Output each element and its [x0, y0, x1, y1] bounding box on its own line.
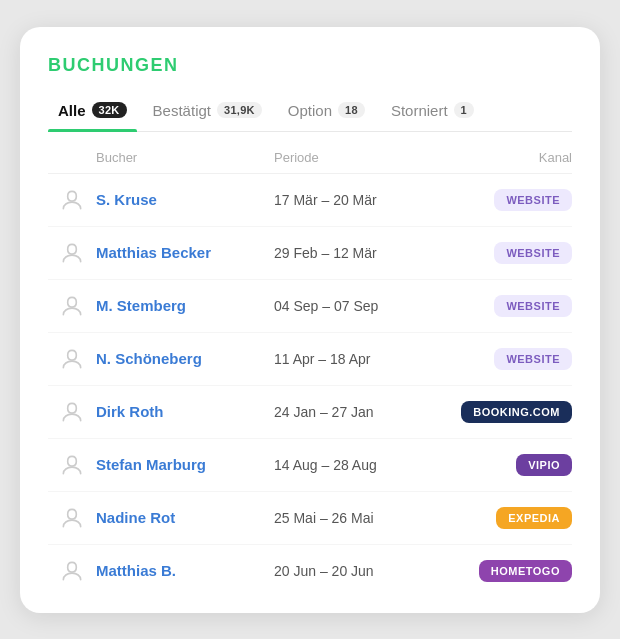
row-channel: VIPIO — [452, 454, 572, 476]
channel-badge: WEBSITE — [494, 189, 572, 211]
row-period: 20 Jun – 20 Jun — [274, 563, 452, 579]
row-avatar-icon — [48, 558, 96, 584]
tab-option-badge: 18 — [338, 102, 365, 118]
row-channel: EXPEDIA — [452, 507, 572, 529]
table-row: N. Schöneberg 11 Apr – 18 Apr WEBSITE — [48, 333, 572, 386]
row-channel: WEBSITE — [452, 242, 572, 264]
row-name[interactable]: Stefan Marburg — [96, 456, 274, 473]
row-name[interactable]: Dirk Roth — [96, 403, 274, 420]
person-icon — [59, 346, 85, 372]
row-period: 24 Jan – 27 Jan — [274, 404, 452, 420]
channel-badge: EXPEDIA — [496, 507, 572, 529]
table-header-row: Bucher Periode Kanal — [48, 142, 572, 174]
row-period: 25 Mai – 26 Mai — [274, 510, 452, 526]
tab-storniert-label: Storniert — [391, 102, 448, 119]
tab-option[interactable]: Option 18 — [278, 94, 375, 131]
tab-bestaetigt-label: Bestätigt — [153, 102, 211, 119]
row-name[interactable]: Nadine Rot — [96, 509, 274, 526]
tab-storniert[interactable]: Storniert 1 — [381, 94, 484, 131]
tab-bar: Alle 32K Bestätigt 31,9K Option 18 Storn… — [48, 94, 572, 132]
person-icon — [59, 558, 85, 584]
row-period: 29 Feb – 12 Mär — [274, 245, 452, 261]
tab-alle[interactable]: Alle 32K — [48, 94, 137, 131]
channel-badge: WEBSITE — [494, 242, 572, 264]
row-period: 14 Aug – 28 Aug — [274, 457, 452, 473]
row-period: 04 Sep – 07 Sep — [274, 298, 452, 314]
tab-alle-label: Alle — [58, 102, 86, 119]
page-title: BUCHUNGEN — [48, 55, 572, 76]
col-periode-header: Periode — [274, 150, 452, 165]
row-avatar-icon — [48, 452, 96, 478]
person-icon — [59, 187, 85, 213]
table-row: Matthias Becker 29 Feb – 12 Mär WEBSITE — [48, 227, 572, 280]
row-name[interactable]: Matthias Becker — [96, 244, 274, 261]
row-name[interactable]: S. Kruse — [96, 191, 274, 208]
person-icon — [59, 293, 85, 319]
col-icon-header — [48, 150, 96, 165]
tab-storniert-badge: 1 — [454, 102, 474, 118]
row-avatar-icon — [48, 240, 96, 266]
tab-bestaetigt[interactable]: Bestätigt 31,9K — [143, 94, 272, 131]
table-row: Dirk Roth 24 Jan – 27 Jan BOOKING.COM — [48, 386, 572, 439]
table-row: Nadine Rot 25 Mai – 26 Mai EXPEDIA — [48, 492, 572, 545]
row-avatar-icon — [48, 399, 96, 425]
row-name[interactable]: M. Stemberg — [96, 297, 274, 314]
channel-badge: HOMETOGO — [479, 560, 572, 582]
table-row: M. Stemberg 04 Sep – 07 Sep WEBSITE — [48, 280, 572, 333]
channel-badge: VIPIO — [516, 454, 572, 476]
tab-alle-badge: 32K — [92, 102, 127, 118]
main-card: BUCHUNGEN Alle 32K Bestätigt 31,9K Optio… — [20, 27, 600, 613]
row-avatar-icon — [48, 505, 96, 531]
row-period: 11 Apr – 18 Apr — [274, 351, 452, 367]
table-row: Stefan Marburg 14 Aug – 28 Aug VIPIO — [48, 439, 572, 492]
row-channel: WEBSITE — [452, 348, 572, 370]
person-icon — [59, 399, 85, 425]
row-channel: HOMETOGO — [452, 560, 572, 582]
channel-badge: WEBSITE — [494, 348, 572, 370]
table-row: Matthias B. 20 Jun – 20 Jun HOMETOGO — [48, 545, 572, 597]
table-row: S. Kruse 17 Mär – 20 Mär WEBSITE — [48, 174, 572, 227]
row-channel: WEBSITE — [452, 295, 572, 317]
row-channel: WEBSITE — [452, 189, 572, 211]
channel-badge: BOOKING.COM — [461, 401, 572, 423]
row-name[interactable]: Matthias B. — [96, 562, 274, 579]
person-icon — [59, 505, 85, 531]
person-icon — [59, 240, 85, 266]
tab-option-label: Option — [288, 102, 332, 119]
person-icon — [59, 452, 85, 478]
bookings-table: Bucher Periode Kanal S. Kruse 17 Mär – 2… — [48, 142, 572, 597]
row-period: 17 Mär – 20 Mär — [274, 192, 452, 208]
col-bucher-header: Bucher — [96, 150, 274, 165]
row-channel: BOOKING.COM — [452, 401, 572, 423]
row-avatar-icon — [48, 346, 96, 372]
row-name[interactable]: N. Schöneberg — [96, 350, 274, 367]
tab-bestaetigt-badge: 31,9K — [217, 102, 262, 118]
row-avatar-icon — [48, 293, 96, 319]
col-kanal-header: Kanal — [452, 150, 572, 165]
row-avatar-icon — [48, 187, 96, 213]
channel-badge: WEBSITE — [494, 295, 572, 317]
